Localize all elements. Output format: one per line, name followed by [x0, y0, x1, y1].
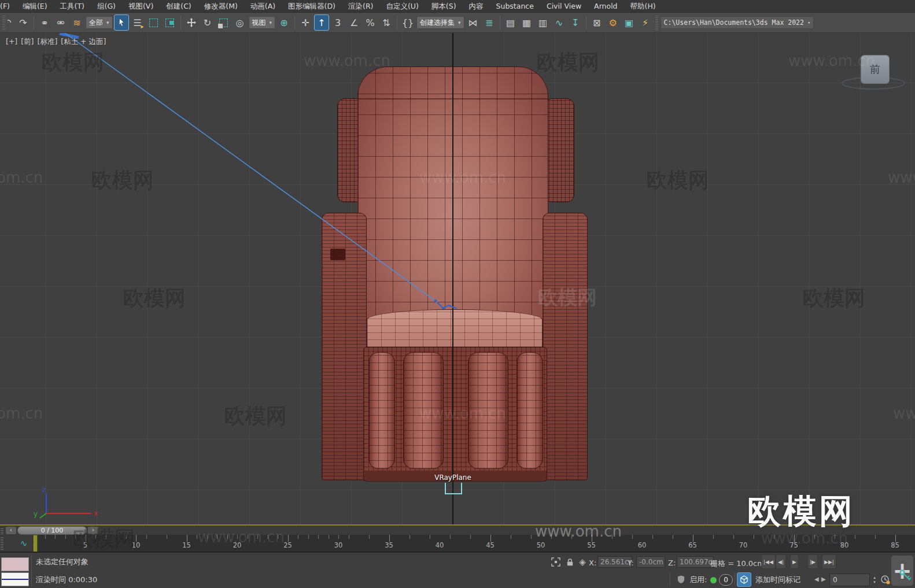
reference-coordinate-dropdown[interactable]: 视图▾ — [249, 16, 276, 29]
rectangular-selection-region-icon[interactable] — [146, 14, 161, 31]
viewcube[interactable]: 前 — [861, 55, 890, 84]
time-slider[interactable]: 0 / 100 — [17, 526, 87, 535]
menu-item-11[interactable]: 脚本(S) — [425, 0, 463, 13]
menu-item-16[interactable]: 帮助(H) — [624, 0, 662, 13]
undo-icon[interactable]: ↶ — [8, 14, 14, 31]
rendered-frame-window-icon[interactable]: ▣ — [622, 14, 637, 31]
toggle-ribbon-icon[interactable]: ▥ — [536, 14, 551, 31]
render-production-icon[interactable]: ⚡ — [638, 14, 653, 31]
next-frame-button[interactable]: |▶ — [807, 554, 818, 569]
select-and-move-icon[interactable] — [184, 14, 199, 31]
mirror-icon[interactable]: ⋈ — [466, 14, 481, 31]
maxscript-macro-recorder[interactable] — [1, 557, 29, 571]
menu-item-1[interactable]: 编辑(E) — [16, 0, 54, 13]
named-selection-set-dropdown[interactable]: 创建选择集▾ — [416, 16, 464, 29]
ruler-frame-number: 70 — [739, 541, 748, 549]
ruler-frame-number: 35 — [385, 541, 393, 549]
viewport-label-token-2[interactable]: [标准] — [38, 37, 58, 47]
absolute-offset-mode-icon[interactable]: ◈ — [576, 556, 589, 568]
selection-filter-dropdown[interactable]: 全部▾ — [86, 16, 113, 29]
menu-item-9[interactable]: 渲染(R) — [342, 0, 379, 13]
select-and-scale-icon[interactable] — [216, 14, 231, 31]
menu-item-6[interactable]: 修改器(M) — [198, 0, 244, 13]
time-slider-grip[interactable] — [1, 527, 3, 534]
unlink-selection-icon[interactable]: ⚮ — [53, 14, 68, 31]
curve-editor-icon[interactable]: ∿ — [552, 14, 567, 31]
shield-icon[interactable] — [674, 573, 687, 586]
x-coordinate-field[interactable]: 26.561cm — [597, 556, 632, 568]
menu-item-5[interactable]: 创建(C) — [160, 0, 197, 13]
go-to-end-button[interactable]: ▶▶| — [822, 554, 836, 569]
render-setup-icon[interactable]: ⚙ — [606, 14, 621, 31]
toggle-scene-explorer-icon[interactable]: ▤ — [503, 14, 518, 31]
select-object-button[interactable] — [114, 14, 129, 31]
ruler-frame-number: 75 — [789, 541, 798, 549]
ruler-frame-number: 50 — [537, 541, 545, 549]
next-frame-arrow[interactable]: › — [88, 527, 98, 534]
mini-curve-editor-button[interactable]: ∿ — [16, 537, 31, 550]
align-icon[interactable]: ≣ — [482, 14, 497, 31]
window-crossing-toggle-icon[interactable] — [163, 14, 178, 31]
previous-frame-arrow[interactable]: ‹ — [6, 527, 16, 534]
snap-target-icon[interactable]: ✛ — [298, 14, 313, 31]
maximize-viewport-toggle[interactable]: + — [891, 555, 914, 586]
isolate-selection-icon[interactable] — [549, 556, 562, 568]
select-and-rotate-icon[interactable]: ↻ — [200, 14, 215, 31]
front-viewport[interactable]: [+][前][标准][粘土 + 边面] VRayPlane 前 z x y — [0, 33, 915, 524]
menu-item-7[interactable]: 动画(A) — [244, 0, 282, 13]
next-key-arrow[interactable]: ▶ — [821, 576, 826, 582]
previous-frame-button[interactable]: ◀| — [776, 554, 786, 569]
bind-to-space-warp-icon[interactable]: ≋ — [69, 14, 84, 31]
menu-item-15[interactable]: Arnold — [588, 0, 623, 13]
menu-item-4[interactable]: 视图(V) — [122, 0, 160, 13]
z-coordinate-field[interactable]: 100.697cm — [677, 556, 714, 568]
toggle-layer-explorer-icon[interactable]: ▦ — [519, 14, 534, 31]
viewport-label-token-0[interactable]: [+] — [6, 37, 17, 47]
time-tag-cube-button[interactable] — [737, 572, 751, 587]
percent-snap-icon[interactable]: % — [363, 14, 378, 31]
ruler-frame-number: 25 — [283, 541, 292, 549]
add-time-tag-label[interactable]: 添加时间标记 — [755, 575, 800, 585]
zero-button[interactable]: 0 — [719, 574, 733, 586]
use-pivot-point-center-icon[interactable]: ⊕ — [276, 14, 292, 31]
menu-item-8[interactable]: 图形编辑器(D) — [282, 0, 342, 13]
menu-item-12[interactable]: 内容 — [463, 0, 490, 13]
y-coordinate-field[interactable]: -0.0cm — [636, 556, 665, 568]
menu-item-10[interactable]: 自定义(U) — [379, 0, 425, 13]
schematic-view-icon[interactable]: ↧ — [568, 14, 583, 31]
redo-icon[interactable]: ↷ — [16, 14, 31, 31]
menu-item-3[interactable]: 组(G) — [91, 0, 122, 13]
snap-3d-icon[interactable]: 3 — [330, 14, 345, 31]
menu-item-0[interactable]: 文件(F) — [0, 0, 16, 13]
track-bar-grip[interactable] — [1, 537, 3, 550]
select-and-place-icon[interactable]: ◎ — [233, 14, 248, 31]
ruler-frame-number: 30 — [334, 541, 343, 549]
play-button[interactable]: ▶ — [790, 554, 799, 569]
menu-item-14[interactable]: Civil View — [540, 0, 588, 13]
selection-lock-icon[interactable] — [563, 556, 576, 568]
spinner-arrows[interactable]: ▴▾ — [871, 574, 878, 586]
vrayplane-gizmo[interactable] — [445, 483, 462, 494]
track-bar[interactable]: 0510152025303540455055606570758085 ∿ — [0, 535, 915, 552]
material-editor-icon[interactable]: ⊠ — [589, 14, 604, 31]
timeline-playhead[interactable] — [33, 535, 38, 552]
viewport-label-token-3[interactable]: [粘土 + 边面] — [61, 37, 106, 47]
project-folder-dropdown[interactable]: C:\Users\Han\Documents\3ds Max 2022▾ — [661, 16, 814, 29]
menu-item-2[interactable]: 工具(T) — [54, 0, 91, 13]
ruler-frame-number: 55 — [587, 541, 596, 549]
spinner-snap-icon[interactable]: ⇅ — [379, 14, 394, 31]
time-configuration-icon[interactable] — [879, 574, 892, 586]
maxscript-mini-listener[interactable] — [1, 572, 29, 586]
footrest-pillow — [516, 352, 543, 469]
edit-named-selection-sets-icon[interactable]: {} — [400, 14, 415, 31]
toolbar-grip — [655, 15, 658, 30]
go-to-start-button[interactable]: |◀◀ — [761, 554, 776, 569]
menu-item-13[interactable]: Substance — [490, 0, 540, 13]
select-and-link-icon[interactable]: ⚭ — [37, 14, 52, 31]
select-by-name-icon[interactable]: ☰▸ — [130, 14, 145, 31]
angle-snap-icon[interactable]: ∠ — [346, 14, 361, 31]
viewport-label-token-1[interactable]: [前] — [21, 37, 34, 47]
current-frame-spinner[interactable]: 0 — [829, 574, 870, 586]
snaps-toggle-icon[interactable]: ↑ — [314, 14, 329, 31]
previous-key-arrow[interactable]: ◀ — [814, 576, 819, 582]
